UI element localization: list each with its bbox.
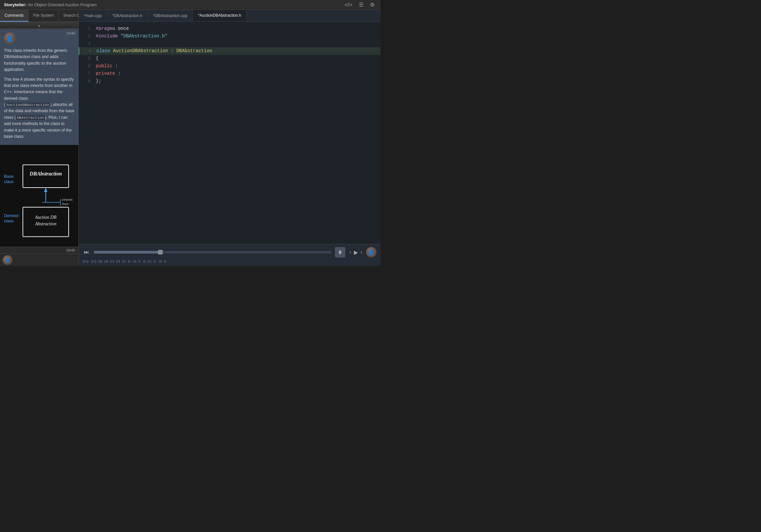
tick xyxy=(91,260,92,263)
include-keyword: #include xyxy=(96,33,118,39)
class-identifier: AuctionDBAbstraction xyxy=(113,48,168,53)
avatar: 👤 xyxy=(4,32,16,44)
line-content-2: #include "DBAbstraction.h" xyxy=(96,32,377,40)
tab-filesystem[interactable]: File System xyxy=(29,10,59,22)
tick xyxy=(143,261,144,263)
tick xyxy=(155,261,156,263)
pragma-keyword: #pragma xyxy=(96,26,115,31)
app-subtitle: An Object Oriented Auction Program xyxy=(28,2,97,7)
code-icon[interactable]: </> xyxy=(343,1,354,9)
tab-dbabstraction-cpp[interactable]: *DBAbstraction.cpp xyxy=(148,10,193,21)
code-line-3: 3 xyxy=(79,40,380,47)
scroll-up-icon: ▲ xyxy=(38,24,41,27)
tick xyxy=(113,261,114,263)
tab-dbabstraction-h[interactable]: *DBAbstraction.h xyxy=(107,10,147,21)
tick xyxy=(139,260,140,263)
line-num-6: 6 xyxy=(83,63,90,70)
card-counter-top: 15/46 xyxy=(66,31,75,35)
inheritance-diagram: Base class DBAbstraction inherits from D… xyxy=(0,145,79,247)
title-bar: Storyteller: An Object Oriented Auction … xyxy=(0,0,380,10)
line-content-6: public : xyxy=(96,62,377,70)
main-container: Comments File System Search Comments ▲ 1… xyxy=(0,10,380,266)
line-num-1: 1 xyxy=(83,26,90,32)
code-line-4: 4 class AuctionDBAbstraction : DBAbstrac… xyxy=(79,47,380,55)
progress-thumb[interactable] xyxy=(158,250,163,255)
line-content-1: #pragma once xyxy=(96,25,377,32)
tick xyxy=(99,260,99,263)
left-panel: Comments File System Search Comments ▲ 1… xyxy=(0,10,79,266)
tick xyxy=(164,260,165,263)
bottom-nav: 👤 xyxy=(0,254,79,266)
comment-card: 15/46 👤 This class inherits from the gen… xyxy=(0,29,79,145)
gear-icon[interactable]: ⚙ xyxy=(368,1,377,9)
public-keyword: public xyxy=(96,63,112,69)
tick xyxy=(119,260,120,263)
tab-auctiondbabstraction-h[interactable]: *AuctionDBAbstraction.h xyxy=(193,10,247,21)
tick xyxy=(93,261,93,263)
tab-bar: Comments File System Search Comments xyxy=(0,10,79,22)
progress-track[interactable] xyxy=(94,251,332,254)
list-icon[interactable]: ☰ xyxy=(357,1,365,9)
tick xyxy=(94,261,95,262)
tick xyxy=(87,260,88,263)
file-tabs: *main.cpp *DBAbstraction.h *DBAbstractio… xyxy=(79,10,380,22)
tick xyxy=(150,261,151,263)
line-num-3: 3 xyxy=(83,41,90,47)
pause-button[interactable]: ⏸ xyxy=(335,247,345,258)
tick xyxy=(154,260,154,263)
tick xyxy=(130,261,130,263)
avatar-image: 👤 xyxy=(4,32,16,44)
line-num-5: 5 xyxy=(83,55,90,62)
line-num-2: 2 xyxy=(83,33,90,40)
skip-start-button[interactable]: ⏭ xyxy=(83,249,90,256)
code-area[interactable]: 1 #pragma once 2 #include "DBAbstraction… xyxy=(79,22,380,244)
tick xyxy=(111,260,111,263)
code-line-2: 2 #include "DBAbstraction.h" xyxy=(79,32,380,40)
tick xyxy=(116,260,117,263)
tick xyxy=(84,261,85,263)
tick xyxy=(161,261,162,263)
code-line-1: 1 #pragma once xyxy=(79,25,380,32)
tick xyxy=(124,260,124,263)
scroll-hint: ▲ xyxy=(0,22,79,29)
tick xyxy=(100,261,101,263)
tick xyxy=(140,261,141,262)
svg-text:Abstraction: Abstraction xyxy=(35,221,56,226)
line-num-4: 4 xyxy=(83,48,91,55)
next-arrow-2[interactable]: › xyxy=(360,249,363,256)
prev-arrow[interactable]: ‹ xyxy=(349,249,352,256)
tick xyxy=(134,260,135,263)
timeline-ticks xyxy=(83,260,377,264)
tick xyxy=(105,261,105,263)
player-avatar: 👤 xyxy=(366,247,377,258)
base-class-label: Base xyxy=(4,174,14,179)
bottom-counter: 16/46 xyxy=(0,247,79,254)
tick xyxy=(86,261,86,262)
code-ref-2: DBAstraction xyxy=(16,115,45,120)
tick xyxy=(125,261,126,262)
tick xyxy=(136,261,136,263)
right-panel: *main.cpp *DBAbstraction.h *DBAbstractio… xyxy=(79,10,380,266)
tick xyxy=(149,261,150,262)
code-line-6: 6 public : xyxy=(79,62,380,70)
title-bar-left: Storyteller: An Object Oriented Auction … xyxy=(4,2,97,7)
tick xyxy=(158,261,159,262)
code-ref-1: AuctionDBAstraction xyxy=(5,103,50,107)
code-line-7: 7 private : xyxy=(79,70,380,78)
tick xyxy=(106,260,107,263)
nav-avatar: 👤 xyxy=(3,255,13,265)
title-bar-right: </> ☰ ⚙ xyxy=(343,1,377,9)
tick xyxy=(160,260,160,263)
svg-text:Auction DB: Auction DB xyxy=(35,215,57,220)
line-content-5: { xyxy=(96,55,377,62)
tab-main-cpp[interactable]: *main.cpp xyxy=(79,10,107,21)
comment-paragraph-2: This line 4 shows the syntax to specify … xyxy=(4,77,75,140)
progress-fill xyxy=(94,251,160,254)
line-content-4: class AuctionDBAbstraction : DBAbstracti… xyxy=(96,47,377,54)
tick xyxy=(128,260,129,263)
nav-arrows: ‹ ▶ › xyxy=(349,249,363,256)
player-bar: ⏭ ⏸ ‹ ▶ › 👤 xyxy=(79,244,380,266)
tick xyxy=(148,260,148,263)
tab-comments[interactable]: Comments xyxy=(0,10,29,22)
next-arrow-1[interactable]: ▶ xyxy=(353,249,359,256)
